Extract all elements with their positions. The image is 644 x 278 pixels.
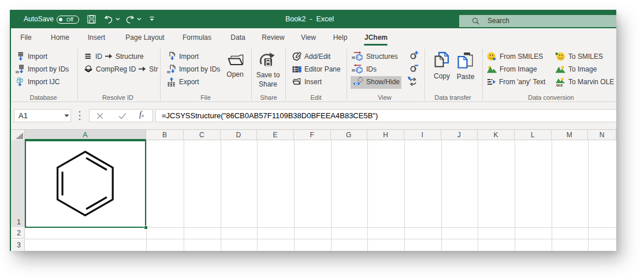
svg-text:ID: ID <box>16 70 20 73</box>
svg-text:ID: ID <box>352 55 356 59</box>
svg-text:ID: ID <box>167 70 171 73</box>
svg-text:OLE: OLE <box>556 84 563 87</box>
svg-text:ID: ID <box>352 68 356 72</box>
